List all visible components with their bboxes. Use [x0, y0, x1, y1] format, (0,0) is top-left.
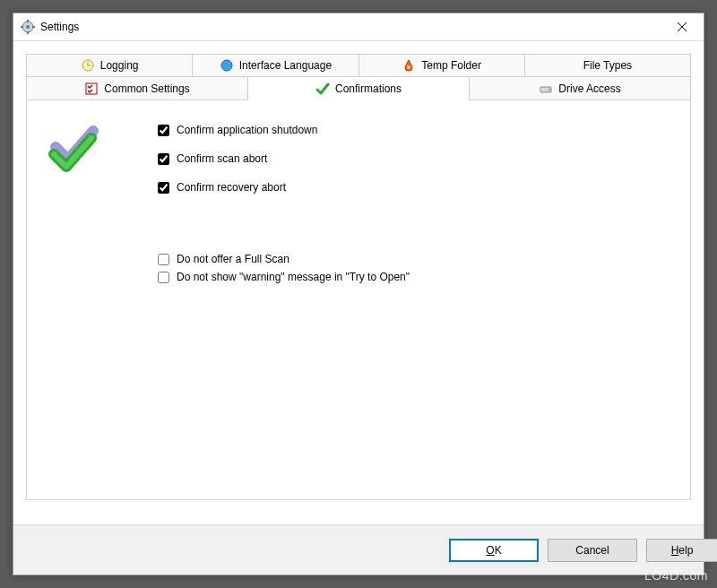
btn-text: Cancel — [575, 544, 609, 557]
checkbox-confirm-recovery-abort[interactable]: Confirm recovery abort — [158, 181, 317, 194]
titlebar: Settings — [13, 13, 704, 41]
tab-content-confirmations: Confirm application shutdown Confirm sca… — [26, 100, 691, 500]
checklist-icon — [84, 82, 99, 96]
tab-label: Interface Language — [239, 59, 332, 72]
tab-interface-language[interactable]: Interface Language — [192, 54, 358, 77]
checkbox-input[interactable] — [158, 254, 169, 265]
tab-label: Logging — [100, 59, 139, 72]
confirmation-options: Confirm application shutdown Confirm sca… — [158, 124, 317, 194]
tab-label: File Types — [583, 59, 632, 72]
btn-text: elp — [678, 544, 693, 557]
additional-options: Do not offer a Full Scan Do not show "wa… — [158, 253, 410, 283]
drive-icon — [539, 82, 553, 96]
btn-accel: O — [486, 544, 494, 557]
tab-logging[interactable]: Logging — [26, 54, 192, 77]
clock-icon — [81, 58, 95, 73]
svg-point-12 — [407, 65, 410, 69]
checkbox-label: Do not show "warning" message in "Try to… — [177, 271, 410, 283]
dialog-body: Logging Interface Language Temp Folder F… — [13, 41, 704, 575]
settings-window: Settings Logging — [13, 13, 704, 575]
checkbox-input[interactable] — [158, 153, 169, 165]
tab-label: Temp Folder — [421, 59, 481, 72]
checkbox-label: Confirm scan abort — [177, 152, 267, 165]
btn-text: K — [495, 544, 502, 557]
checkbox-confirm-scan-abort[interactable]: Confirm scan abort — [158, 152, 317, 165]
checkbox-input[interactable] — [158, 272, 169, 283]
confirmations-large-icon — [47, 122, 104, 179]
help-button[interactable]: Help — [646, 539, 717, 562]
svg-rect-13 — [86, 83, 97, 94]
cancel-button[interactable]: Cancel — [548, 539, 637, 562]
checkbox-label: Confirm recovery abort — [177, 181, 286, 194]
checkbox-label: Confirm application shutdown — [177, 124, 317, 136]
tab-row-top: Logging Interface Language Temp Folder F… — [26, 54, 691, 77]
tab-label: Confirmations — [335, 82, 402, 95]
btn-accel: H — [671, 544, 679, 557]
dialog-footer: OK Cancel Help — [13, 524, 704, 575]
close-button[interactable] — [661, 14, 702, 40]
checkbox-input[interactable] — [158, 125, 169, 136]
checkbox-input[interactable] — [158, 182, 169, 194]
tab-drive-access[interactable]: Drive Access — [469, 77, 691, 100]
ok-button[interactable]: OK — [449, 539, 539, 562]
check-icon — [315, 82, 330, 96]
window-title: Settings — [40, 21, 661, 33]
tab-row-bottom: Common Settings Confirmations Drive Acce… — [26, 77, 691, 100]
globe-icon — [220, 58, 234, 73]
checkbox-no-full-scan[interactable]: Do not offer a Full Scan — [158, 253, 410, 265]
tab-file-types[interactable]: File Types — [524, 54, 691, 77]
close-icon — [678, 22, 687, 31]
checkbox-confirm-shutdown[interactable]: Confirm application shutdown — [158, 124, 317, 136]
svg-rect-2 — [27, 20, 29, 22]
tab-temp-folder[interactable]: Temp Folder — [358, 54, 524, 77]
tab-common-settings[interactable]: Common Settings — [26, 77, 247, 100]
temp-icon — [402, 58, 416, 73]
app-icon — [21, 20, 35, 34]
svg-rect-3 — [27, 31, 29, 34]
checkbox-label: Do not offer a Full Scan — [177, 253, 289, 265]
svg-point-1 — [26, 25, 30, 29]
tab-confirmations[interactable]: Confirmations — [247, 77, 469, 100]
tab-label: Drive Access — [558, 82, 620, 95]
checkbox-no-warning-try-open[interactable]: Do not show "warning" message in "Try to… — [158, 271, 410, 283]
svg-rect-4 — [21, 26, 23, 28]
svg-rect-5 — [32, 26, 35, 28]
svg-point-15 — [549, 89, 550, 91]
tab-label: Common Settings — [104, 82, 189, 95]
